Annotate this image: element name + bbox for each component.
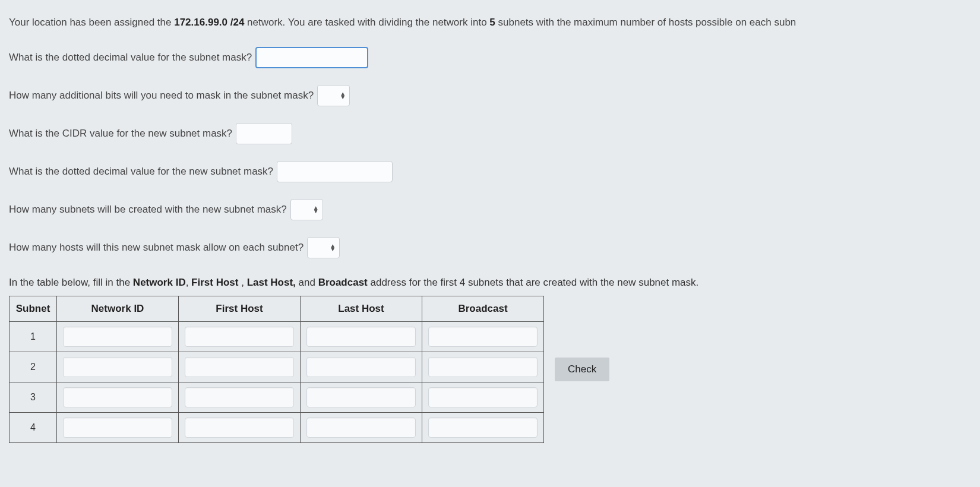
check-button[interactable]: Check [555, 358, 609, 381]
broadcast-input[interactable] [428, 327, 538, 347]
header-first-host: First Host [179, 296, 301, 322]
question-hosts-allowed: How many hosts will this new subnet mask… [9, 237, 971, 258]
question-label: How many additional bits will you need t… [9, 88, 314, 103]
last-host-input[interactable] [306, 327, 416, 347]
table-row: 1 [10, 321, 544, 352]
subnet-table-area: Subnet Network ID First Host Last Host B… [9, 296, 971, 443]
table-row: 3 [10, 382, 544, 412]
question-subnet-mask-dotted: What is the dotted decimal value for the… [9, 47, 971, 68]
table-instruction: In the table below, fill in the Network … [9, 275, 971, 290]
stepper-arrows-icon[interactable]: ▲▼ [337, 92, 346, 99]
row-label: 2 [10, 352, 57, 382]
cidr-value-input[interactable] [236, 123, 292, 144]
first-host-input[interactable] [185, 418, 294, 438]
row-label: 4 [10, 412, 57, 442]
stepper-arrows-icon[interactable]: ▲▼ [311, 206, 319, 213]
last-host-input[interactable] [306, 418, 416, 438]
first-host-input[interactable] [185, 327, 294, 347]
table-row: 4 [10, 412, 544, 442]
question-additional-bits: How many additional bits will you need t… [9, 85, 971, 106]
subnets-created-stepper[interactable]: ▲▼ [290, 199, 323, 220]
question-cidr-value: What is the CIDR value for the new subne… [9, 123, 971, 144]
hosts-allowed-stepper[interactable]: ▲▼ [307, 237, 340, 258]
network-id-input[interactable] [63, 387, 172, 407]
row-label: 1 [10, 321, 57, 352]
header-network-id: Network ID [57, 296, 179, 322]
header-subnet: Subnet [10, 296, 57, 322]
network-id-input[interactable] [63, 357, 172, 377]
question-new-mask-dotted: What is the dotted decimal value for the… [9, 161, 971, 182]
last-host-input[interactable] [306, 357, 416, 377]
first-host-input[interactable] [185, 357, 294, 377]
last-host-input[interactable] [306, 387, 416, 407]
header-broadcast: Broadcast [422, 296, 544, 322]
new-mask-dotted-input[interactable] [277, 161, 393, 182]
network-id-input[interactable] [63, 327, 172, 347]
broadcast-input[interactable] [428, 418, 538, 438]
intro-paragraph: Your location has been assigned the 172.… [9, 15, 971, 30]
first-host-input[interactable] [185, 387, 294, 407]
header-last-host: Last Host [301, 296, 422, 322]
subnet-mask-dotted-input[interactable] [255, 47, 368, 68]
additional-bits-stepper[interactable]: ▲▼ [317, 85, 350, 106]
question-label: How many hosts will this new subnet mask… [9, 240, 304, 255]
broadcast-input[interactable] [428, 357, 538, 377]
stepper-arrows-icon[interactable]: ▲▼ [327, 244, 336, 251]
intro-text: Your location has been assigned the 172.… [9, 15, 796, 30]
question-label: What is the dotted decimal value for the… [9, 164, 273, 179]
question-label: How many subnets will be created with th… [9, 202, 287, 217]
row-label: 3 [10, 382, 57, 412]
question-label: What is the dotted decimal value for the… [9, 50, 252, 65]
question-label: What is the CIDR value for the new subne… [9, 126, 232, 141]
network-id-input[interactable] [63, 418, 172, 438]
subnet-table: Subnet Network ID First Host Last Host B… [9, 296, 544, 443]
broadcast-input[interactable] [428, 387, 538, 407]
table-row: 2 [10, 352, 544, 382]
question-subnets-created: How many subnets will be created with th… [9, 199, 971, 220]
